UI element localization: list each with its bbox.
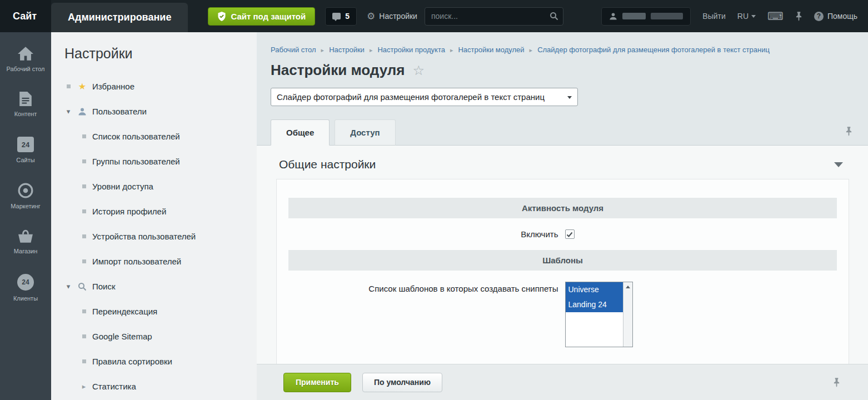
site-protected-label: Сайт под защитой (231, 12, 306, 21)
sidebar-item-user-import[interactable]: Импорт пользователей (63, 249, 251, 274)
user-icon (609, 12, 617, 21)
bullet-icon (82, 309, 86, 313)
breadcrumb-link[interactable]: Рабочий стол (271, 46, 316, 54)
rail-item-shop[interactable]: Магазин (0, 229, 51, 255)
logout-link[interactable]: Выйти (702, 12, 725, 21)
site-protected-button[interactable]: Сайт под защитой (208, 7, 315, 26)
sidebar-item-reindex[interactable]: Переиндексация (63, 299, 251, 324)
sidebar-item-google-sitemap[interactable]: Google Sitemap (63, 324, 251, 349)
rail-item-content[interactable]: Контент (0, 92, 51, 118)
clients-icon: 24 (17, 274, 34, 291)
settings-form: Активность модуля Включить Шаблоны Списо… (276, 179, 849, 364)
enable-checkbox[interactable] (565, 229, 575, 239)
breadcrumb-separator-icon (321, 46, 325, 54)
sites-icon: 24 (17, 137, 34, 152)
gear-icon (367, 11, 375, 22)
title-row: Настройки модуля (271, 62, 868, 79)
topbar-settings-button[interactable]: Настройки (367, 11, 417, 22)
bullet-icon (82, 359, 86, 363)
search-icon[interactable] (550, 12, 558, 23)
sidebar-item-user-devices[interactable]: Устройства пользователей (63, 224, 251, 249)
group-header-activity: Активность модуля (288, 198, 837, 218)
favorite-star-icon[interactable] (412, 63, 425, 78)
sidebar-title: Настройки (64, 46, 251, 62)
group-header-templates: Шаблоны (288, 250, 837, 271)
rail-item-desktop[interactable]: Рабочий стол (0, 47, 51, 73)
topbar-pin-icon[interactable] (795, 12, 802, 21)
user-name-redacted-2 (651, 13, 683, 19)
sidebar-item-profile-history[interactable]: История профилей (63, 199, 251, 224)
module-select[interactable]: Слайдер фотографий для размещения фотога… (271, 88, 578, 106)
topbar-right: Выйти RU Помощь (601, 7, 868, 26)
settings-sidebar: Настройки Избранное Пользователи Список … (51, 32, 257, 400)
templates-label: Список шаблонов в которых создавать снип… (288, 282, 563, 293)
chevron-expanded-icon[interactable] (63, 282, 73, 291)
help-button[interactable]: Помощь (814, 12, 857, 21)
sidebar-item-favorites[interactable]: Избранное (63, 74, 251, 99)
breadcrumb-current[interactable]: Слайдер фотографий для размещения фотога… (537, 46, 770, 54)
hotkeys-icon[interactable] (767, 9, 784, 23)
sidebar-item-sort-rules[interactable]: Правила сортировки (63, 349, 251, 374)
form-footer: Применить По умолчанию (257, 364, 868, 400)
rail-item-marketing[interactable]: Маркетинг (0, 183, 51, 210)
section-head: Общие настройки (257, 146, 868, 179)
sidebar-item-statistics[interactable]: Статистика (63, 374, 251, 399)
templates-listbox[interactable]: Universe Landing 24 (565, 282, 633, 347)
notifications-button[interactable]: 5 (325, 7, 357, 26)
breadcrumb-link[interactable]: Настройки продукта (377, 46, 445, 54)
content-icon (19, 92, 32, 106)
sidebar-item-user-groups[interactable]: Группы пользователей (63, 149, 251, 174)
chevron-collapsed-icon[interactable] (79, 382, 89, 391)
rail-label-clients: Клиенты (11, 295, 40, 302)
scroll-up-icon[interactable] (623, 282, 632, 291)
help-label: Помощь (827, 12, 857, 21)
tab-panel-general: Общие настройки Активность модуля Включи… (257, 145, 868, 364)
enable-row: Включить (288, 229, 837, 239)
search-icon (76, 282, 89, 291)
breadcrumb-separator-icon (530, 46, 533, 54)
sidebar-item-search[interactable]: Поиск (63, 274, 251, 299)
breadcrumb-separator-icon (370, 46, 373, 54)
site-tab[interactable]: Сайт (0, 0, 51, 32)
listbox-option-universe[interactable]: Universe (566, 282, 623, 297)
notifications-icon (332, 13, 341, 19)
tab-access[interactable]: Доступ (335, 119, 395, 146)
admin-tab[interactable]: Администрирование (51, 3, 188, 32)
breadcrumb-separator-icon (450, 46, 453, 54)
sidebar-item-user-list[interactable]: Список пользователей (63, 124, 251, 149)
icon-rail: Рабочий стол Контент 24 Сайты Маркетинг … (0, 32, 51, 400)
bullet-icon (82, 259, 86, 263)
help-icon (814, 12, 824, 21)
search-input[interactable] (425, 7, 563, 26)
apply-button[interactable]: Применить (283, 373, 351, 392)
rail-item-clients[interactable]: 24 Клиенты (0, 274, 51, 302)
collapse-section-icon[interactable] (834, 162, 843, 167)
tab-general[interactable]: Общее (271, 119, 330, 146)
footer-pin-icon[interactable] (833, 378, 840, 387)
enable-label: Включить (288, 229, 563, 239)
user-menu[interactable] (601, 7, 691, 26)
marketing-icon (18, 183, 33, 198)
tabs-row: Общее Доступ (257, 119, 868, 146)
chevron-expanded-icon[interactable] (63, 107, 73, 116)
listbox-option-landing24[interactable]: Landing 24 (566, 297, 623, 312)
bullet-icon (82, 134, 86, 138)
language-selector[interactable]: RU (737, 12, 756, 21)
tabs-pin-icon[interactable] (845, 127, 852, 136)
sidebar-item-users[interactable]: Пользователи (63, 99, 251, 124)
rail-item-sites[interactable]: 24 Сайты (0, 137, 51, 164)
sidebar-item-access-levels[interactable]: Уровни доступа (63, 174, 251, 199)
bullet-icon (82, 184, 86, 188)
rail-label-content: Контент (12, 111, 39, 118)
breadcrumb: Рабочий стол Настройки Настройки продукт… (271, 46, 868, 54)
shield-icon (217, 12, 226, 21)
app-body: Рабочий стол Контент 24 Сайты Маркетинг … (0, 32, 868, 400)
listbox-scrollbar[interactable] (623, 282, 632, 347)
breadcrumb-link[interactable]: Настройки (329, 46, 365, 54)
main-content: Рабочий стол Настройки Настройки продукт… (257, 32, 868, 400)
default-button[interactable]: По умолчанию (362, 373, 442, 392)
breadcrumb-link[interactable]: Настройки модулей (458, 46, 524, 54)
bullet-icon (82, 334, 86, 338)
bullet-icon (82, 234, 86, 238)
sites-badge-text: 24 (22, 141, 29, 149)
